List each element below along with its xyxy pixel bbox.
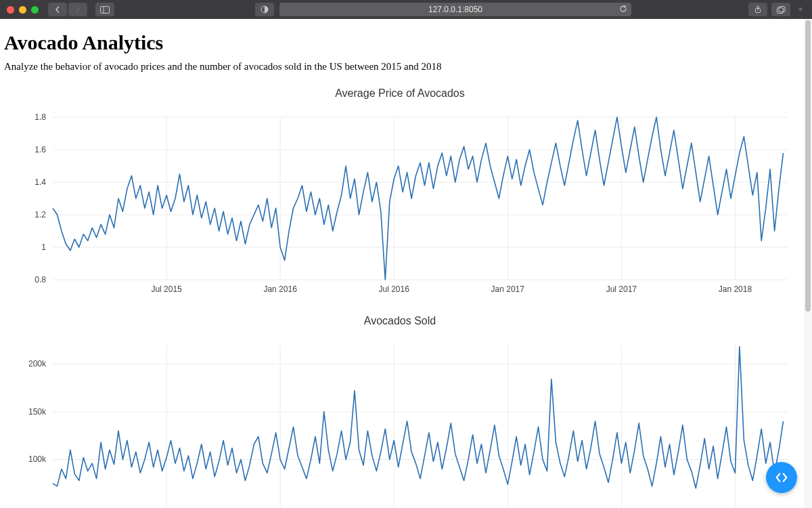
svg-text:0.8: 0.8: [35, 275, 46, 284]
close-window-icon[interactable]: [7, 6, 14, 14]
svg-text:100k: 100k: [28, 454, 47, 464]
svg-text:1.2: 1.2: [35, 210, 46, 219]
svg-text:Jul 2016: Jul 2016: [379, 284, 410, 294]
svg-rect-4: [777, 7, 783, 13]
svg-text:1.4: 1.4: [35, 177, 46, 187]
window-controls: [7, 6, 39, 14]
address-text: 127.0.0.1:8050: [428, 5, 482, 14]
volume-chart-block: Avocados Sold 100k150k200kJul 2015Jan 20…: [4, 315, 796, 508]
minimize-window-icon[interactable]: [19, 6, 26, 14]
address-bar[interactable]: 127.0.0.1:8050: [279, 3, 631, 16]
nav-buttons: [48, 3, 87, 16]
svg-text:1.6: 1.6: [35, 145, 46, 154]
toolbar-right: [748, 3, 790, 16]
volume-chart[interactable]: 100k150k200kJul 2015Jan 2016Jul 2016Jan …: [4, 331, 796, 508]
tabs-button[interactable]: [771, 3, 790, 16]
price-chart-title: Average Price of Avocados: [4, 87, 796, 100]
reload-icon[interactable]: [619, 5, 627, 15]
svg-text:Jan 2018: Jan 2018: [719, 284, 752, 294]
svg-text:150k: 150k: [28, 407, 47, 417]
price-chart-block: Average Price of Avocados 0.811.21.41.61…: [4, 87, 796, 300]
forward-button[interactable]: [68, 3, 87, 16]
svg-text:Jan 2017: Jan 2017: [491, 284, 525, 294]
svg-rect-5: [779, 6, 785, 12]
browser-toolbar: 127.0.0.1:8050 +: [0, 0, 812, 19]
maximize-window-icon[interactable]: [31, 6, 39, 14]
price-chart[interactable]: 0.811.21.41.61.8Jul 2015Jan 2016Jul 2016…: [4, 104, 796, 300]
vertical-scrollbar[interactable]: [804, 19, 812, 508]
back-button[interactable]: [48, 3, 67, 16]
volume-chart-title: Avocados Sold: [4, 315, 796, 327]
page-subtitle: Analyze the behavior of avocado prices a…: [4, 61, 804, 72]
page-content: Avocado Analytics Analyze the behavior o…: [0, 19, 804, 508]
reader-mode-button[interactable]: [255, 3, 274, 16]
svg-text:Jan 2016: Jan 2016: [263, 284, 297, 294]
svg-rect-0: [101, 6, 110, 13]
new-tab-button[interactable]: +: [796, 5, 805, 14]
page-viewport: Avocado Analytics Analyze the behavior o…: [0, 19, 812, 508]
scrollbar-thumb[interactable]: [805, 20, 811, 312]
devtools-fab[interactable]: [766, 462, 797, 493]
share-button[interactable]: [748, 3, 767, 16]
svg-text:1.8: 1.8: [35, 112, 46, 122]
svg-text:200k: 200k: [28, 359, 47, 368]
svg-text:Jul 2017: Jul 2017: [606, 284, 637, 294]
svg-text:Jul 2015: Jul 2015: [151, 284, 182, 294]
sidebar-toggle-button[interactable]: [95, 3, 114, 16]
svg-text:1: 1: [41, 242, 46, 252]
page-title: Avocado Analytics: [4, 31, 804, 54]
